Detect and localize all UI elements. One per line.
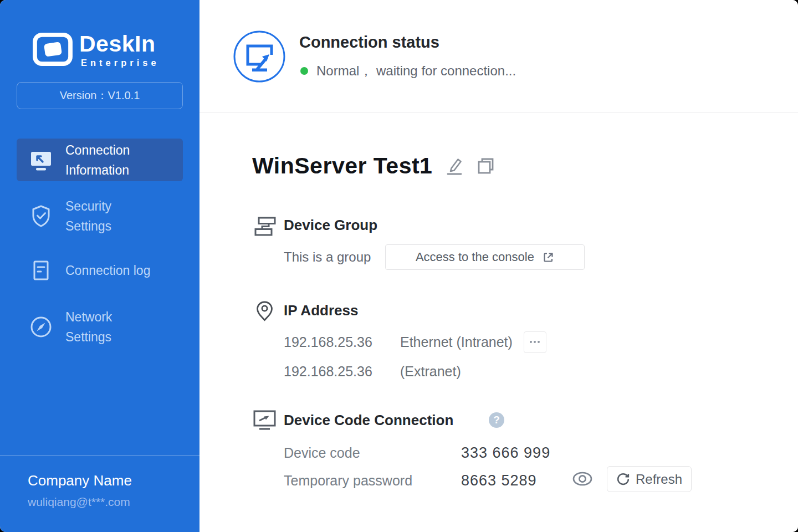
device-code-label: Device code xyxy=(284,445,461,461)
connection-status-icon xyxy=(233,30,286,85)
ip-row-extranet: 192.168.25.36 (Extranet) xyxy=(284,360,461,382)
shield-check-icon xyxy=(29,204,53,228)
company-name: Company Name xyxy=(28,472,132,489)
sidebar-item-network-settings[interactable]: Network Settings xyxy=(17,306,183,348)
access-console-button[interactable]: Access to the console xyxy=(385,244,585,270)
temporary-password-label: Temporary password xyxy=(284,473,461,489)
deskin-logo-icon xyxy=(32,31,73,70)
device-code-title: Device Code Connection xyxy=(284,412,453,429)
device-group-icon xyxy=(254,216,277,239)
temporary-password-value: 8663 5289 xyxy=(461,472,537,489)
compass-icon xyxy=(29,315,53,339)
external-link-icon xyxy=(542,251,555,264)
sidebar-item-connection-information[interactable]: Connection Information xyxy=(17,139,183,181)
sidebar-item-connection-log[interactable]: Connection log xyxy=(17,257,183,284)
sidebar-divider xyxy=(0,455,200,456)
ip-label: (Extranet) xyxy=(400,364,461,380)
sidebar-item-label: Network Settings xyxy=(65,307,112,347)
ip-value: 192.168.25.36 xyxy=(284,334,400,350)
main-panel: — ✕ Connection status Normal， waiting fo… xyxy=(200,0,798,532)
account-email: wuliqiang@t***.com xyxy=(28,495,130,509)
connection-status-title: Connection status xyxy=(299,33,439,52)
header-divider xyxy=(200,112,798,113)
status-dot xyxy=(300,67,308,75)
device-code-row: Device code 333 666 999 xyxy=(284,443,550,462)
group-name: This is a group xyxy=(284,249,371,265)
ip-more-options-button[interactable] xyxy=(524,331,546,353)
device-name: WinServer Test1 xyxy=(252,153,432,179)
device-title-row: WinServer Test1 xyxy=(252,153,495,179)
ip-value: 192.168.25.36 xyxy=(284,364,400,380)
device-group-row: This is a group Access to the console xyxy=(284,244,585,270)
sidebar: DeskIn Enterprise Version：V1.0.1 Connect… xyxy=(0,0,200,532)
app-window: DeskIn Enterprise Version：V1.0.1 Connect… xyxy=(0,0,798,532)
edit-device-name-icon[interactable] xyxy=(444,156,464,176)
monitor-arrow-icon xyxy=(29,148,53,172)
version-label: Version：V1.0.1 xyxy=(60,88,140,103)
ip-address-icon xyxy=(255,300,274,325)
device-group-title: Device Group xyxy=(284,217,377,234)
ip-label: Ethernet (Intranet) xyxy=(400,334,513,350)
log-icon xyxy=(29,259,53,282)
help-icon[interactable]: ? xyxy=(489,412,504,428)
more-dots-icon xyxy=(530,341,532,343)
ip-row-intranet: 192.168.25.36 Ethernet (Intranet) xyxy=(284,331,546,353)
temporary-password-row: Temporary password 8663 5289 xyxy=(284,471,537,490)
refresh-icon xyxy=(616,472,630,486)
refresh-password-button[interactable]: Refresh xyxy=(607,466,692,492)
ip-address-title: IP Address xyxy=(284,302,358,319)
show-password-eye-icon[interactable] xyxy=(571,470,594,487)
version-badge: Version：V1.0.1 xyxy=(17,82,183,109)
sidebar-item-security-settings[interactable]: Security Settings xyxy=(17,195,183,237)
copy-device-name-icon[interactable] xyxy=(476,156,495,176)
device-code-icon xyxy=(253,410,277,433)
refresh-label: Refresh xyxy=(636,472,682,487)
brand-subtitle: Enterprise xyxy=(81,58,160,68)
sidebar-item-label: Security Settings xyxy=(65,196,111,236)
connection-status-row: Normal， waiting for connection... xyxy=(300,62,516,80)
sidebar-item-label: Connection Information xyxy=(65,140,130,180)
sidebar-item-label: Connection log xyxy=(65,260,150,280)
access-console-label: Access to the console xyxy=(416,250,534,264)
status-text: Normal， waiting for connection... xyxy=(316,62,516,80)
device-code-value: 333 666 999 xyxy=(461,444,550,462)
brand-name: DeskIn xyxy=(79,31,155,57)
